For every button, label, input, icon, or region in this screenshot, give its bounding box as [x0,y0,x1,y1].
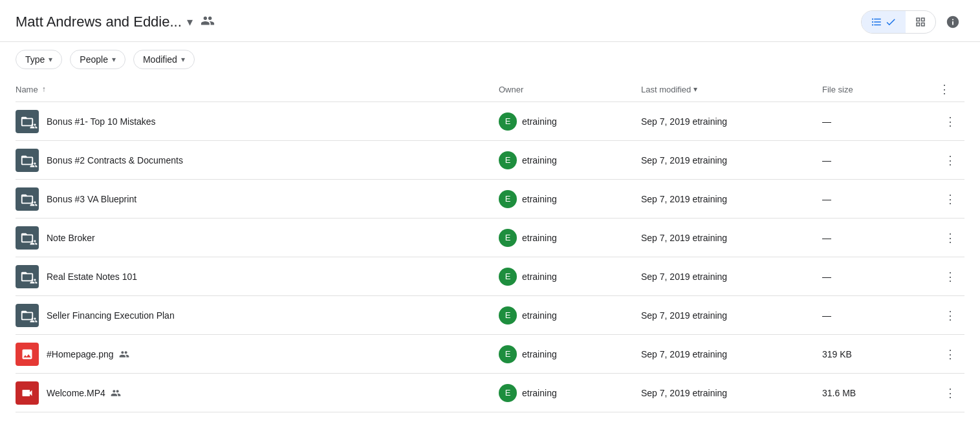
header: Matt Andrews and Eddie... ▾ [0,0,980,42]
owner-name: etraining [522,233,557,243]
more-options-button[interactable]: ⋮ [939,265,962,288]
file-name-cell: Seller Financing Execution Plan [16,299,499,332]
grid-view-button[interactable] [906,11,935,33]
file-icon [16,265,39,288]
modified-date: Sep 7, 2019 etraining [641,116,822,127]
table-row[interactable]: Bonus #1- Top 10 Mistakes E etraining Se… [16,102,964,141]
modified-date: Sep 7, 2019 etraining [641,388,822,398]
owner-avatar: E [499,268,517,286]
file-icon [16,110,39,133]
owner-name: etraining [522,388,557,398]
owner-cell: E etraining [499,190,641,208]
owner-name: etraining [522,310,557,321]
modified-chevron-icon: ▾ [181,55,185,64]
file-size: 31.6 MB [822,388,939,398]
owner-cell: E etraining [499,268,641,286]
owner-avatar: E [499,384,517,402]
file-name: Bonus #2 Contracts & Documents [47,155,183,165]
modified-date: Sep 7, 2019 etraining [641,310,822,321]
actions-column-header: ⋮ [939,82,964,96]
more-options-button[interactable]: ⋮ [939,304,962,327]
filter-bar: Type ▾ People ▾ Modified ▾ [0,42,980,77]
owner-name: etraining [522,155,557,165]
table-row[interactable]: Note Broker E etraining Sep 7, 2019 etra… [16,218,964,257]
owner-name: etraining [522,349,557,359]
people-chevron-icon: ▾ [112,55,116,64]
more-options-button[interactable]: ⋮ [939,343,962,366]
table-header: Name ↑ Owner Last modified ▾ File size ⋮ [16,77,964,102]
type-chevron-icon: ▾ [49,55,52,64]
owner-avatar: E [499,229,517,247]
sort-desc-icon: ▾ [693,85,697,94]
table-row[interactable]: Welcome.MP4 E etraining Sep 7, 2019 etra… [16,374,964,412]
more-options-button[interactable]: ⋮ [939,187,962,211]
table-row[interactable]: #Homepage.png E etraining Sep 7, 2019 et… [16,335,964,374]
modified-date: Sep 7, 2019 etraining [641,233,822,243]
type-filter-button[interactable]: Type ▾ [16,50,62,69]
modified-date: Sep 7, 2019 etraining [641,155,822,165]
owner-name: etraining [522,194,557,204]
file-name-cell: Welcome.MP4 [16,376,499,410]
file-icon [16,304,39,327]
table-row[interactable]: Real Estate Notes 101 E etraining Sep 7,… [16,257,964,296]
header-left: Matt Andrews and Eddie... ▾ [16,14,215,31]
file-name-cell: Note Broker [16,221,499,255]
list-view-button[interactable] [862,11,906,33]
file-name-cell: Bonus #2 Contracts & Documents [16,144,499,177]
file-name: Real Estate Notes 101 [47,272,137,282]
file-size: — [822,155,939,165]
last-modified-column-header[interactable]: Last modified ▾ [641,85,822,94]
more-options-button[interactable]: ⋮ [939,381,962,405]
owner-avatar: E [499,151,517,169]
file-name: #Homepage.png [47,349,129,359]
modified-filter-button[interactable]: Modified ▾ [133,50,195,69]
modified-date: Sep 7, 2019 etraining [641,194,822,204]
file-icon [16,381,39,405]
title-dropdown-icon[interactable]: ▾ [187,15,193,29]
more-options-button[interactable]: ⋮ [939,110,962,133]
people-filter-label: People [80,54,108,65]
file-name-cell: #Homepage.png [16,337,499,371]
owner-avatar: E [499,112,517,131]
page-title: Matt Andrews and Eddie... [16,14,182,30]
name-column-header[interactable]: Name ↑ [16,85,499,94]
owner-column-header: Owner [499,85,641,94]
file-name: Seller Financing Execution Plan [47,310,175,321]
modified-filter-label: Modified [143,54,177,65]
owner-avatar: E [499,345,517,363]
owner-cell: E etraining [499,345,641,363]
more-options-button[interactable]: ⋮ [939,226,962,250]
file-name: Bonus #1- Top 10 Mistakes [47,116,156,127]
owner-avatar: E [499,306,517,325]
file-size: 319 KB [822,349,939,359]
file-name: Note Broker [47,233,95,243]
owner-avatar: E [499,190,517,208]
file-size: — [822,310,939,321]
owner-cell: E etraining [499,151,641,169]
file-icon [16,226,39,250]
people-filter-button[interactable]: People ▾ [70,50,125,69]
file-size: — [822,233,939,243]
file-size: — [822,272,939,282]
file-table: Name ↑ Owner Last modified ▾ File size ⋮… [0,77,980,412]
modified-date: Sep 7, 2019 etraining [641,349,822,359]
view-toggle [861,10,936,34]
file-size-column-header: File size [822,85,939,94]
file-name-cell: Real Estate Notes 101 [16,260,499,293]
table-row[interactable]: Seller Financing Execution Plan E etrain… [16,296,964,335]
file-name-cell: Bonus #3 VA Blueprint [16,182,499,216]
sort-ascending-icon: ↑ [42,85,46,94]
file-icon [16,187,39,211]
file-icon [16,149,39,172]
modified-date: Sep 7, 2019 etraining [641,272,822,282]
info-button[interactable] [941,10,964,34]
file-size: — [822,194,939,204]
file-name: Welcome.MP4 [47,388,121,398]
owner-cell: E etraining [499,306,641,325]
table-row[interactable]: Bonus #2 Contracts & Documents E etraini… [16,141,964,180]
file-icon [16,343,39,366]
file-name: Bonus #3 VA Blueprint [47,194,136,204]
header-right [861,10,964,34]
more-options-button[interactable]: ⋮ [939,149,962,172]
table-row[interactable]: Bonus #3 VA Blueprint E etraining Sep 7,… [16,180,964,218]
